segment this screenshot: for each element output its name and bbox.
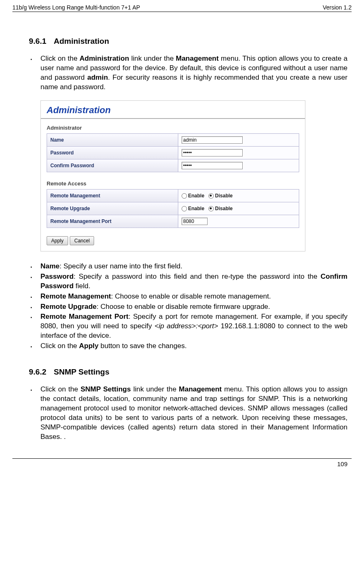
row-password-label: Password <box>47 146 178 159</box>
snmp-intro-bullet: Click on the SNMP Settings link under th… <box>29 385 347 442</box>
section-heading-snmp: 9.6.2SNMP Settings <box>29 368 347 377</box>
remote-access-table: Remote Management Enable Disable Remote … <box>47 189 299 228</box>
row-name-label: Name <box>47 133 178 146</box>
password-input[interactable] <box>182 149 243 156</box>
row-remote-port-label: Remote Management Port <box>47 215 178 228</box>
panel-title: Administration <box>41 101 305 119</box>
name-input[interactable] <box>182 136 243 144</box>
section-heading-admin: 9.6.1Administration <box>29 37 347 46</box>
remote-port-input[interactable] <box>182 218 208 225</box>
rm-enable-radio[interactable]: Enable <box>182 193 204 199</box>
cancel-button[interactable]: Cancel <box>70 236 94 245</box>
doc-version: Version 1.2 <box>323 4 352 11</box>
administrator-table: Name Password Confirm Password <box>47 133 299 172</box>
bullet-password: Password: Specify a password into this f… <box>29 272 347 291</box>
row-remote-upgrade-label: Remote Upgrade <box>47 202 178 215</box>
rm-disable-radio[interactable]: Disable <box>208 193 233 199</box>
bullet-apply: Click on the Apply button to save the ch… <box>29 341 347 351</box>
group-remote-access: Remote Access <box>47 180 299 187</box>
group-administrator: Administrator <box>47 125 299 131</box>
row-confirm-label: Confirm Password <box>47 159 178 172</box>
row-remote-mgmt-label: Remote Management <box>47 189 178 202</box>
intro-bullet: Click on the Administration link under t… <box>29 54 347 92</box>
page-number: 109 <box>337 460 347 467</box>
bullet-remote-mgmt: Remote Management: Choose to enable or d… <box>29 292 347 301</box>
apply-button[interactable]: Apply <box>47 236 68 245</box>
bullet-name: Name: Specify a user name into the first… <box>29 262 347 271</box>
bullet-remote-upgrade: Remote Upgrade: Choose to enable or disa… <box>29 302 347 312</box>
doc-title: 11b/g Wireless Long Range Multi-function… <box>12 4 140 11</box>
ru-disable-radio[interactable]: Disable <box>208 206 233 211</box>
bullet-remote-port: Remote Management Port: Specify a port f… <box>29 312 347 341</box>
admin-screenshot: Administration Administrator Name Passwo… <box>40 100 305 251</box>
ru-enable-radio[interactable]: Enable <box>182 206 204 211</box>
confirm-password-input[interactable] <box>182 162 243 169</box>
